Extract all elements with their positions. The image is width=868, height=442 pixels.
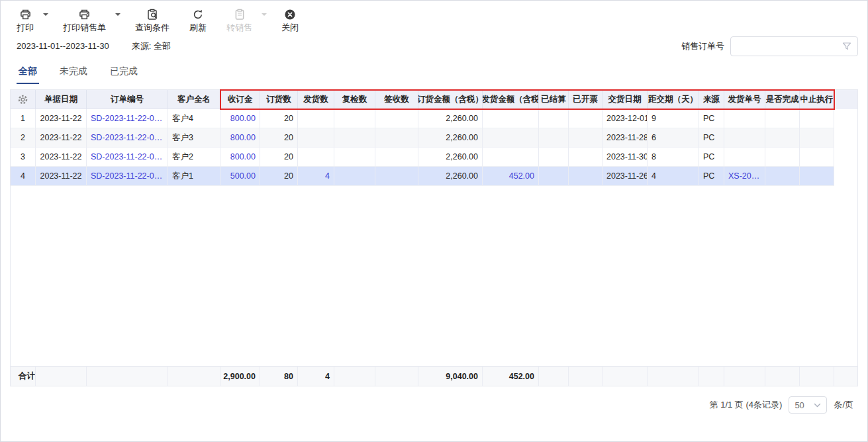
orders-table: 单据日期订单编号客户全名收订金订货数发货数复检数签收数订货金额（含税）发货金额（…: [10, 89, 858, 386]
cell-ship_qty: [298, 109, 334, 128]
cell-invoiced: [569, 148, 603, 167]
cell-ship_no: [724, 109, 765, 128]
column-header-doc_date[interactable]: 单据日期: [36, 90, 87, 109]
tab-all[interactable]: 全部: [17, 62, 39, 84]
cell-delivery_date: 2023-12-01: [603, 109, 648, 128]
order_no-link[interactable]: SD-2023-11-22-000...: [91, 133, 164, 142]
tab-incomplete[interactable]: 未完成: [58, 62, 89, 84]
close-button[interactable]: 关闭: [281, 9, 299, 32]
total-cell-ship_amount: 452.00: [483, 366, 539, 386]
refresh-icon: [192, 9, 204, 21]
cell-deposit: 500.00: [220, 167, 260, 186]
column-header-order_amount[interactable]: 订货金额（含税）: [418, 90, 483, 109]
sales-order-no-input[interactable]: [737, 42, 842, 52]
order_no-link[interactable]: SD-2023-11-22-000...: [91, 171, 164, 181]
cell-sign_qty: [375, 167, 418, 186]
cell-deposit: 800.00: [220, 148, 260, 167]
cell-doc_date: 2023-11-22: [36, 109, 87, 128]
total-cell-order_no: [87, 366, 168, 386]
filter-summary: 2023-11-01--2023-11-30来源: 全部: [17, 40, 171, 52]
per-page-label: 条/页: [834, 399, 853, 411]
cell-source: PC: [699, 148, 724, 167]
column-header-order_qty[interactable]: 订货数: [260, 90, 298, 109]
column-header-customer[interactable]: 客户全名: [168, 90, 220, 109]
close-circle-icon: [284, 9, 296, 21]
table-row[interactable]: 32023-11-22SD-2023-11-22-000...客户2800.00…: [11, 148, 857, 167]
table-row[interactable]: 42023-11-22SD-2023-11-22-000...客户1500.00…: [11, 167, 857, 186]
row-index-cell: 4: [11, 167, 36, 186]
print-sales-order-button[interactable]: 打印销售单: [63, 9, 106, 32]
row-index-cell: 1: [11, 109, 36, 128]
cell-order_qty: 20: [260, 128, 298, 148]
cell-customer: 客户3: [168, 128, 220, 148]
cell-delivery_date: 2023-11-26: [603, 167, 648, 186]
cell-customer: 客户2: [168, 148, 220, 167]
print-button[interactable]: 打印: [17, 9, 34, 32]
sales-order-window: 打印打印销售单查询条件刷新转销售关闭 2023-11-01--2023-11-3…: [0, 0, 868, 442]
cell-settled: [539, 148, 569, 167]
cell-aborted: [800, 109, 834, 128]
row-index-cell: 2: [11, 128, 36, 148]
cell-aborted: [800, 167, 834, 186]
table-row[interactable]: 22023-11-22SD-2023-11-22-000...客户3800.00…: [11, 128, 857, 148]
status-tabs: 全部未完成已完成: [1, 62, 867, 84]
total-cell-order_amount: 9,040.00: [418, 366, 483, 386]
cell-order_qty: 20: [260, 148, 298, 167]
ship_no-link[interactable]: XS-2023...: [728, 171, 761, 181]
cell-recheck_qty: [334, 148, 375, 167]
cell-days_to_delivery: 4: [648, 167, 699, 186]
cell-sign_qty: [375, 128, 418, 148]
row-filler-cell: [834, 109, 857, 128]
tab-completed[interactable]: 已完成: [108, 62, 140, 84]
table-empty-area: [11, 186, 857, 366]
cell-settled: [539, 128, 569, 148]
column-header-aborted[interactable]: 中止执行: [800, 90, 834, 109]
refresh-button-label: 刷新: [189, 23, 207, 32]
total-cell-source: [699, 366, 724, 386]
chevron-down-icon: [814, 402, 821, 409]
column-header-deposit[interactable]: 收订金: [220, 90, 260, 109]
order_no-link[interactable]: SD-2023-11-22-000...: [91, 114, 164, 123]
sales-order-no-label: 销售订单号: [681, 40, 724, 52]
column-header-order_no[interactable]: 订单编号: [87, 90, 168, 109]
column-header-ship_qty[interactable]: 发货数: [298, 90, 334, 109]
cell-doc_date: 2023-11-22: [36, 148, 87, 167]
column-header-sign_qty[interactable]: 签收数: [375, 90, 418, 109]
order_no-link[interactable]: SD-2023-11-22-000...: [91, 152, 164, 161]
column-header-days_to_delivery[interactable]: 距交期（天）: [648, 90, 699, 109]
cell-doc_date: 2023-11-22: [36, 128, 87, 148]
pagination: 第 1/1 页 (4条记录) 50 条/页: [1, 396, 867, 414]
print-dropdown-caret-icon[interactable]: [43, 13, 48, 19]
query-conditions-button[interactable]: 查询条件: [135, 9, 169, 32]
cell-invoiced: [569, 167, 603, 186]
column-header-ship_amount[interactable]: 发货金额（含税: [483, 90, 539, 109]
filter-funnel-icon[interactable]: [842, 42, 851, 51]
total-cell-delivery_date: [603, 366, 648, 386]
cell-deposit: 800.00: [220, 109, 260, 128]
column-header-source[interactable]: 来源: [699, 90, 724, 109]
gear-icon[interactable]: [17, 94, 28, 105]
cell-recheck_qty: [334, 128, 375, 148]
total-cell-order_qty: 80: [260, 366, 298, 386]
column-header-recheck_qty[interactable]: 复检数: [334, 90, 375, 109]
cell-ship_amount: [483, 148, 539, 167]
print-sales-order-dropdown-caret-icon[interactable]: [115, 13, 121, 19]
cell-order_qty: 20: [260, 167, 298, 186]
convert-sales-dropdown-caret-icon: [262, 13, 267, 19]
cell-order_no: SD-2023-11-22-000...: [87, 128, 168, 148]
page-size-select[interactable]: 50: [789, 396, 827, 414]
total-label-cell: 合计: [11, 366, 36, 386]
column-header-invoiced[interactable]: 已开票: [569, 90, 603, 109]
table-row[interactable]: 12023-11-22SD-2023-11-22-000...客户4800.00…: [11, 109, 857, 128]
cell-days_to_delivery: 8: [648, 148, 699, 167]
column-header-delivery_date[interactable]: 交货日期: [603, 90, 648, 109]
total-cell-sign_qty: [375, 366, 418, 386]
cell-source: PC: [699, 167, 724, 186]
cell-delivery_date: 2023-11-30: [603, 148, 648, 167]
clipboard-search-icon: [146, 9, 158, 21]
column-header-ship_no[interactable]: 发货单号: [724, 90, 765, 109]
column-header-settled[interactable]: 已结算: [539, 90, 569, 109]
column-header-completed[interactable]: 是否完成: [765, 90, 800, 109]
refresh-button[interactable]: 刷新: [189, 9, 207, 32]
header-filler-cell: [834, 90, 857, 109]
